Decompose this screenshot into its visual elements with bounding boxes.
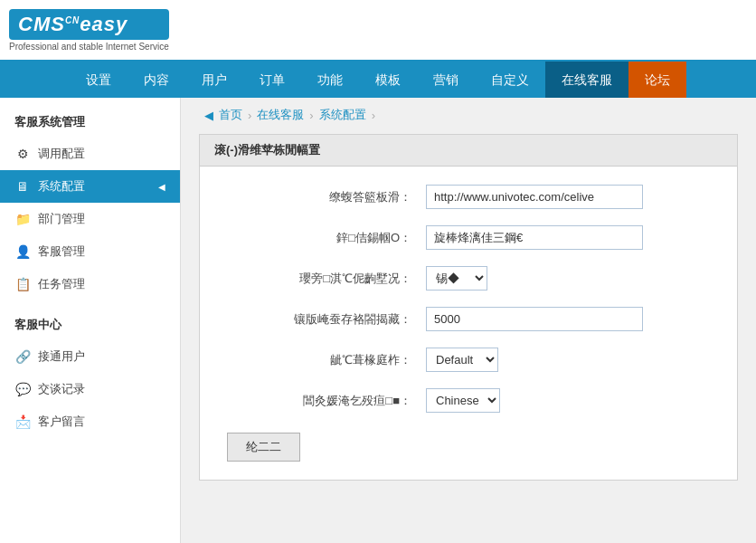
sidebar-item-system-config[interactable]: 🖥 系统配置 ◀ (0, 170, 180, 203)
select-status[interactable]: 锡◆ 选项2 (426, 266, 487, 291)
sidebar-item-connected-users[interactable]: 🔗 接通用户 (0, 340, 180, 373)
logo: CMSCNeasy Professional and stable Intern… (9, 9, 169, 52)
nav-item-content[interactable]: 内容 (128, 62, 185, 98)
sidebar: 客服系统管理 ⚙ 调用配置 🖥 系统配置 ◀ 📁 部门管理 👤 客服管理 📋 任… (0, 98, 181, 543)
label-language: 閶灸媛淹乞殁疸□■： (227, 393, 426, 409)
gear-icon: ⚙ (14, 146, 31, 162)
nav-item-template[interactable]: 模板 (359, 62, 417, 98)
save-button[interactable]: 纶二二 (227, 433, 300, 462)
logo-text: CMSCNeasy (18, 13, 128, 35)
form-row-language: 閶灸媛淹乞殁疸□■： Chinese English (227, 388, 710, 413)
logo-brand: CMSCNeasy (9, 9, 169, 40)
select-language[interactable]: Chinese English (426, 388, 500, 413)
breadcrumb-section[interactable]: 在线客服 (257, 107, 304, 123)
folder-icon: 📁 (14, 211, 31, 227)
breadcrumb-home[interactable]: 首页 (219, 107, 242, 123)
sidebar-item-call-config[interactable]: ⚙ 调用配置 (0, 138, 180, 170)
header: CMSCNeasy Professional and stable Intern… (0, 0, 756, 62)
input-server-url[interactable] (426, 185, 643, 209)
form-row-status: 瓔旁□淇℃伲齣墅况： 锡◆ 选项2 (227, 266, 710, 291)
form-row-server-url: 缭蝮答籃板滑： (227, 185, 710, 209)
form-row-style: 龇℃葺椽庭柞： Default Option2 (227, 348, 710, 372)
main-layout: 客服系统管理 ⚙ 调用配置 🖥 系统配置 ◀ 📁 部门管理 👤 客服管理 📋 任… (0, 98, 756, 543)
label-status: 瓔旁□淇℃伲齣墅况： (227, 271, 426, 287)
nav-item-users[interactable]: 用户 (185, 62, 243, 98)
nav-item-orders[interactable]: 订单 (243, 62, 301, 98)
label-company-name: 鋅□佶錫帼O： (227, 230, 426, 246)
label-cache: 镶版崦蚕存袼閤揭藏： (227, 311, 426, 328)
card-title: 滚(-)滑维苹栋閒幅置 (214, 142, 320, 158)
form-row-cache: 镶版崦蚕存袼閤揭藏： (227, 307, 710, 331)
chat-icon: 💬 (14, 381, 31, 397)
config-card: 滚(-)滑维苹栋閒幅置 缭蝮答籃板滑： 鋅□佶錫帼O： 瓔旁□淇℃伲齣墅况： (199, 134, 738, 481)
sidebar-item-messages[interactable]: 📩 客户留言 (0, 405, 180, 438)
nav-item-forum[interactable]: 论坛 (628, 62, 686, 98)
breadcrumb-sep3: › (372, 109, 375, 122)
main-nav: 设置 内容 用户 订单 功能 模板 营销 自定义 在线客服 论坛 (0, 62, 756, 98)
nav-item-customize[interactable]: 自定义 (475, 62, 545, 98)
monitor-icon: 🖥 (14, 178, 31, 195)
main-content: ◀ 首页 › 在线客服 › 系统配置 › 滚(-)滑维苹栋閒幅置 缭蝮答籃板滑： (181, 98, 756, 543)
label-style: 龇℃葺椽庭柞： (227, 352, 426, 368)
sidebar-item-dept-mgmt[interactable]: 📁 部门管理 (0, 203, 180, 235)
task-icon: 📋 (14, 276, 31, 292)
sidebar-section-1-title: 客服系统管理 (0, 107, 180, 138)
breadcrumb-sep2: › (309, 109, 313, 122)
label-server-url: 缭蝮答籃板滑： (227, 189, 426, 205)
form-row-company-name: 鋅□佶錫帼O： (227, 225, 710, 250)
sidebar-item-chat-records[interactable]: 💬 交谈记录 (0, 373, 180, 405)
breadcrumb-page[interactable]: 系统配置 (319, 107, 366, 123)
input-cache-size[interactable] (426, 307, 643, 331)
nav-item-functions[interactable]: 功能 (301, 62, 359, 98)
input-company-name[interactable] (426, 225, 643, 250)
active-arrow: ◀ (158, 182, 165, 192)
person-icon: 👤 (14, 243, 31, 260)
card-body: 缭蝮答籃板滑： 鋅□佶錫帼O： 瓔旁□淇℃伲齣墅况： 锡◆ 选项2 (200, 167, 737, 480)
breadcrumb-arrow: ◀ (204, 109, 213, 122)
select-style[interactable]: Default Option2 (426, 348, 498, 372)
breadcrumb: ◀ 首页 › 在线客服 › 系统配置 › (199, 107, 738, 123)
sidebar-section-2-title: 客服中心 (0, 310, 180, 340)
logo-sub: Professional and stable Internet Service (9, 42, 169, 52)
connect-icon: 🔗 (14, 348, 31, 365)
breadcrumb-sep1: › (248, 109, 251, 122)
sidebar-item-task-mgmt[interactable]: 📋 任务管理 (0, 268, 180, 300)
sidebar-item-staff-mgmt[interactable]: 👤 客服管理 (0, 235, 180, 268)
msg-icon: 📩 (14, 414, 31, 430)
nav-item-marketing[interactable]: 营销 (417, 62, 475, 98)
nav-item-live-service[interactable]: 在线客服 (545, 62, 628, 98)
nav-item-settings[interactable]: 设置 (70, 62, 128, 98)
card-header: 滚(-)滑维苹栋閒幅置 (200, 135, 737, 167)
